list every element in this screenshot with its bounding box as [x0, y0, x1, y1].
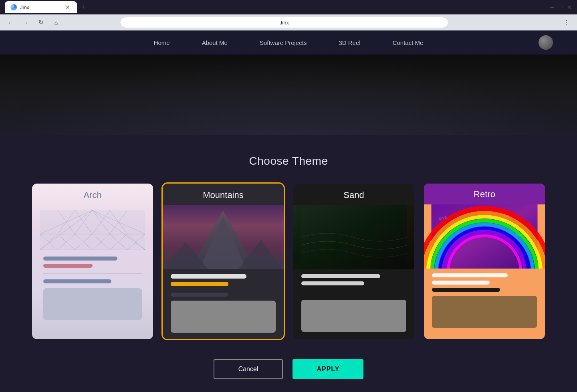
buttons-row: Cancel APPLY	[32, 359, 545, 379]
retro-bar-secondary	[432, 281, 490, 285]
svg-rect-0	[40, 210, 145, 250]
mountains-lower	[163, 293, 284, 339]
forward-button[interactable]: →	[20, 17, 31, 28]
svg-text:love: love	[515, 233, 522, 237]
home-button[interactable]: ⌂	[50, 17, 62, 28]
nav-home[interactable]: Home	[154, 39, 170, 46]
arch-content-placeholder	[43, 288, 142, 320]
main-content: Choose Theme Arch	[0, 135, 577, 392]
site-navbar: Home About Me Software Projects 3D Reel …	[0, 30, 577, 55]
theme-card-sand[interactable]: Sand	[293, 184, 414, 339]
arch-title: Arch	[32, 184, 153, 205]
arch-bar-primary	[43, 257, 117, 261]
mountains-hero-bg	[163, 205, 284, 269]
user-avatar[interactable]	[539, 35, 553, 50]
close-button[interactable]: ✕	[567, 4, 572, 10]
sand-lower-label	[301, 292, 364, 296]
sand-hero-bg	[293, 205, 414, 269]
nav-reel[interactable]: 3D Reel	[339, 39, 360, 46]
nav-links: Home About Me Software Projects 3D Reel …	[154, 39, 424, 46]
avatar-image	[539, 35, 553, 50]
website: Home About Me Software Projects 3D Reel …	[0, 30, 577, 392]
arch-divider	[43, 273, 142, 274]
sand-bar-primary	[301, 274, 380, 278]
apply-button[interactable]: APPLY	[293, 359, 363, 379]
sand-content	[293, 269, 414, 292]
nav-software[interactable]: Software Projects	[260, 39, 307, 46]
maximize-button[interactable]: □	[558, 4, 563, 10]
theme-card-retro[interactable]: Retro	[424, 184, 545, 339]
sand-content-placeholder	[301, 300, 406, 332]
browser-toolbar: ← → ↻ ⌂ Jinx ⋮	[0, 14, 577, 30]
minimize-button[interactable]: ─	[549, 4, 555, 10]
reload-button[interactable]: ↻	[35, 17, 46, 28]
nav-about[interactable]: About Me	[202, 39, 228, 46]
arch-wireframe-svg	[40, 210, 145, 250]
arch-bottom-bar	[43, 279, 111, 283]
retro-bar-primary	[432, 273, 508, 277]
mtn-lower-label	[171, 293, 228, 297]
sand-bg-svg	[293, 205, 414, 269]
tab-close-button[interactable]: ✕	[64, 4, 71, 11]
sand-title: Sand	[293, 184, 414, 205]
sand-lower	[293, 292, 414, 338]
browser-titlebar: Jinx ✕ + ─ □ ✕	[0, 0, 577, 14]
retro-hero: love live love live	[424, 204, 545, 269]
arch-bars	[40, 257, 145, 268]
browser-tab[interactable]: Jinx ✕	[5, 1, 77, 13]
theme-card-mountains[interactable]: Mountains	[163, 184, 284, 339]
tab-favicon	[10, 4, 17, 10]
retro-bg-svg: love live love live	[424, 204, 545, 269]
tab-title: Jinx	[20, 4, 61, 10]
hero-overlay	[0, 55, 577, 135]
retro-lower	[432, 288, 537, 328]
mountains-peak-svg	[163, 205, 284, 269]
address-text: Jinx	[280, 20, 289, 26]
retro-content-placeholder	[432, 296, 537, 328]
arch-body	[32, 205, 153, 328]
themes-grid: Arch	[32, 184, 545, 339]
cancel-button[interactable]: Cancel	[214, 359, 283, 379]
section-title: Choose Theme	[32, 155, 545, 168]
retro-lower-label	[432, 288, 500, 292]
browser-menu-button[interactable]: ⋮	[561, 17, 572, 28]
sand-hero	[293, 205, 414, 269]
new-tab-button[interactable]: +	[82, 3, 86, 12]
back-button[interactable]: ←	[5, 17, 16, 28]
nav-contact[interactable]: Contact Me	[393, 39, 424, 46]
address-bar[interactable]: Jinx	[120, 17, 448, 28]
arch-bar-secondary	[43, 264, 93, 268]
mountains-hero	[163, 205, 284, 269]
mountains-bars	[163, 269, 284, 293]
theme-card-arch[interactable]: Arch	[32, 184, 153, 339]
sand-bar-secondary	[301, 281, 364, 285]
retro-content	[424, 269, 545, 334]
arch-wireframe	[40, 210, 145, 250]
retro-title: Retro	[424, 184, 545, 204]
mtn-bar-primary	[171, 274, 246, 279]
svg-text:live: live	[435, 233, 442, 238]
hero-banner	[0, 55, 577, 135]
mtn-bar-secondary	[171, 282, 228, 286]
mountains-title: Mountains	[163, 184, 284, 205]
window-controls: ─ □ ✕	[549, 4, 572, 10]
retro-hero-bg: love live love live	[424, 204, 545, 269]
browser-chrome: Jinx ✕ + ─ □ ✕ ← → ↻ ⌂ Jinx ⋮	[0, 0, 577, 30]
mtn-content-placeholder	[171, 301, 276, 333]
